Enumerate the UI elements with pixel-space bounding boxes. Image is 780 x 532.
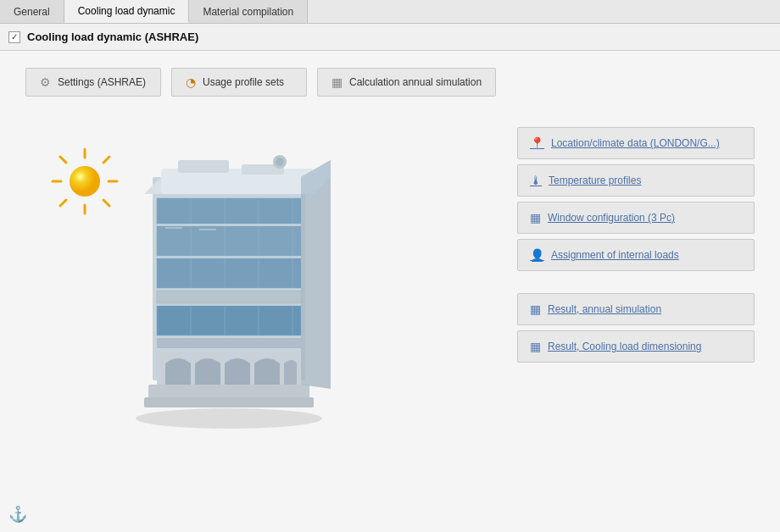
sun-rays-svg <box>51 147 119 215</box>
building-svg <box>110 143 348 431</box>
svg-marker-49 <box>301 160 331 389</box>
svg-point-9 <box>136 408 322 429</box>
settings-icon: ⚙ <box>40 75 51 89</box>
location-label: Location/climate data (LONDON/G...) <box>551 137 720 149</box>
svg-rect-37 <box>157 291 301 303</box>
title-checkbox[interactable]: ✓ <box>8 31 20 43</box>
svg-line-4 <box>60 157 66 163</box>
tab-general-label: General <box>14 6 50 18</box>
location-button[interactable]: 📍 Location/climate data (LONDON/G...) <box>517 127 755 159</box>
usage-profile-icon: ◔ <box>186 75 196 89</box>
tab-material-label: Material compilation <box>203 6 293 18</box>
main-content: ⚙ Settings (ASHRAE) ◔ Usage profile sets… <box>0 51 780 532</box>
title-text: Cooling load dynamic (ASHRAE) <box>27 30 198 43</box>
building-illustration <box>25 122 382 444</box>
calculation-button[interactable]: ▦ Calculation annual simulation <box>317 68 496 97</box>
svg-rect-17 <box>157 198 301 224</box>
svg-point-8 <box>70 166 100 197</box>
top-buttons-row: ⚙ Settings (ASHRAE) ◔ Usage profile sets… <box>25 68 517 97</box>
window-button[interactable]: ▦ Window configuration (3 Pc) <box>517 202 755 234</box>
left-panel: ⚙ Settings (ASHRAE) ◔ Usage profile sets… <box>25 68 517 515</box>
svg-point-16 <box>276 158 284 166</box>
svg-line-7 <box>60 200 66 206</box>
svg-rect-48 <box>144 397 314 407</box>
svg-rect-13 <box>178 160 229 173</box>
settings-label: Settings (ASHRAE) <box>58 76 146 88</box>
internal-loads-button[interactable]: 👤 Assignment of internal loads <box>517 239 755 271</box>
result-cooling-label: Result, Cooling load dimensioning <box>548 341 701 352</box>
svg-line-5 <box>103 200 109 206</box>
svg-rect-45 <box>157 338 301 348</box>
svg-rect-23 <box>157 226 301 256</box>
window-icon: ▦ <box>530 211 541 224</box>
svg-rect-31 <box>157 258 301 288</box>
usage-profile-label: Usage profile sets <box>203 76 284 88</box>
temperature-icon: 🌡 <box>530 174 542 187</box>
calculation-label: Calculation annual simulation <box>349 76 482 88</box>
result-cooling-button[interactable]: ▦ Result, Cooling load dimensioning <box>517 330 755 363</box>
settings-button[interactable]: ⚙ Settings (ASHRAE) <box>25 68 161 97</box>
title-bar: ✓ Cooling load dynamic (ASHRAE) <box>0 24 780 51</box>
usage-profile-button[interactable]: ◔ Usage profile sets <box>171 68 307 97</box>
temperature-label: Temperature profiles <box>549 175 641 186</box>
tab-material[interactable]: Material compilation <box>189 0 308 23</box>
result-annual-button[interactable]: ▦ Result, annual simulation <box>517 293 755 325</box>
result-annual-label: Result, annual simulation <box>548 303 661 315</box>
tab-cooling-load[interactable]: Cooling load dynamic <box>64 0 190 23</box>
right-panel: 📍 Location/climate data (LONDON/G...) 🌡 … <box>517 68 755 515</box>
right-spacer <box>517 276 755 293</box>
svg-line-6 <box>103 157 109 163</box>
result-annual-icon: ▦ <box>530 302 541 316</box>
bottom-left-icon[interactable]: ⚓ <box>8 505 27 524</box>
svg-rect-39 <box>157 306 301 335</box>
location-icon: 📍 <box>530 136 544 150</box>
calculation-icon: ▦ <box>332 75 343 89</box>
internal-loads-label: Assignment of internal loads <box>551 249 679 261</box>
result-cooling-icon: ▦ <box>530 340 541 353</box>
tab-bar: General Cooling load dynamic Material co… <box>0 0 780 24</box>
temperature-button[interactable]: 🌡 Temperature profiles <box>517 164 755 197</box>
sun-illustration <box>51 147 119 215</box>
tab-cooling-label: Cooling load dynamic <box>78 5 176 17</box>
internal-loads-icon: 👤 <box>530 248 544 262</box>
window-label: Window configuration (3 Pc) <box>548 212 675 224</box>
tab-general[interactable]: General <box>0 0 64 23</box>
